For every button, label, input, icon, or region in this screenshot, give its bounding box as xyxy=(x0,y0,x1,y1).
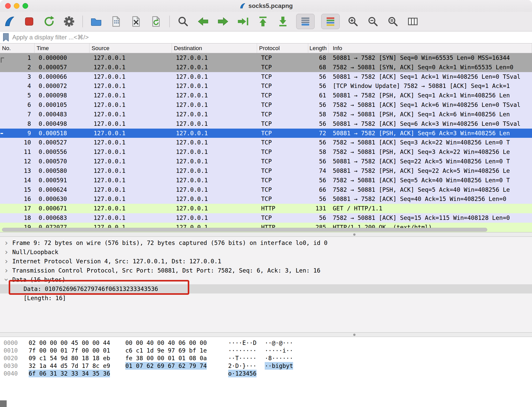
splitter-handle[interactable] xyxy=(353,233,356,236)
hex-bytes-group2[interactable]: 00 00 40 00 40 06 00 00 xyxy=(125,339,207,347)
detail-line[interactable]: Frame 9: 72 bytes on wire (576 bits), 72… xyxy=(0,238,532,247)
stop-icon xyxy=(23,15,35,28)
packet-row[interactable]: 10 0.000527 127.0.0.1 127.0.0.1 TCP 56 7… xyxy=(0,138,532,147)
colorize-toggle-button[interactable] xyxy=(321,14,340,29)
packet-row[interactable]: 15 0.000624 127.0.0.1 127.0.0.1 TCP 66 7… xyxy=(0,185,532,195)
pane-splitter-2[interactable] xyxy=(0,332,532,337)
packet-row[interactable]: 18 0.000683 127.0.0.1 127.0.0.1 TCP 56 7… xyxy=(0,213,532,223)
column-header-destination[interactable]: Destination xyxy=(172,43,257,53)
packet-row[interactable]: 13 0.000580 127.0.0.1 127.0.0.1 TCP 74 5… xyxy=(0,166,532,176)
detail-line[interactable]: [Length: 16] xyxy=(0,293,532,303)
detail-line[interactable]: Internet Protocol Version 4, Src: 127.0.… xyxy=(0,257,532,266)
disclosure-chevron-icon[interactable] xyxy=(3,238,10,247)
column-header-length[interactable]: Length xyxy=(308,43,329,53)
packet-row[interactable]: 14 0.000591 127.0.0.1 127.0.0.1 TCP 56 7… xyxy=(0,176,532,185)
detail-line[interactable]: Data (16 bytes) xyxy=(0,275,532,284)
hex-row[interactable]: 0030 32 1a 44 d5 7d 17 8c e9 01 07 62 69… xyxy=(0,362,532,370)
hex-bytes-group1[interactable]: 32 1a 44 d5 7d 17 8c e9 xyxy=(29,362,110,370)
packet-row[interactable]: 4 0.000072 127.0.0.1 127.0.0.1 TCP 56 [T… xyxy=(0,81,532,91)
hex-bytes-group2[interactable]: c6 c1 1d 9e 97 69 bf 1e xyxy=(125,347,207,354)
packet-details-pane: Frame 9: 72 bytes on wire (576 bits), 72… xyxy=(0,237,532,332)
ascii-group1[interactable]: ········ xyxy=(228,347,257,354)
column-header-protocol[interactable]: Protocol xyxy=(257,43,308,53)
open-file-button[interactable] xyxy=(90,14,103,29)
disclosure-chevron-icon[interactable] xyxy=(3,247,10,257)
hex-bytes-group1[interactable]: 02 00 00 00 45 00 00 44 xyxy=(29,339,110,347)
ascii-group2[interactable]: ·8······ xyxy=(265,354,293,362)
hex-row[interactable]: 0000 02 00 00 00 45 00 00 44 00 00 40 00… xyxy=(0,339,532,347)
reload-file-button[interactable] xyxy=(149,14,163,29)
auto-scroll-toggle-button[interactable] xyxy=(296,14,315,29)
disclosure-chevron-icon[interactable] xyxy=(3,257,10,266)
cell-time: 0.000556 xyxy=(35,147,90,157)
packet-row[interactable]: 12 0.000570 127.0.0.1 127.0.0.1 TCP 56 5… xyxy=(0,157,532,166)
stop-capture-button[interactable] xyxy=(23,14,36,29)
ascii-group2[interactable]: ·····i·· xyxy=(265,347,293,354)
packet-row[interactable]: 8 0.000498 127.0.0.1 127.0.0.1 TCP 56 50… xyxy=(0,119,532,129)
packet-row[interactable]: 16 0.000630 127.0.0.1 127.0.0.1 TCP 56 5… xyxy=(0,194,532,204)
hex-bytes-group2[interactable] xyxy=(125,370,207,377)
ascii-group2[interactable]: ··@·@··· xyxy=(265,339,293,347)
resize-columns-button[interactable] xyxy=(406,14,419,29)
cell-source: 127.0.0.1 xyxy=(90,166,172,176)
disclosure-chevron-icon[interactable] xyxy=(3,266,10,275)
go-to-first-packet-button[interactable] xyxy=(256,14,270,29)
cell-length: 56 xyxy=(308,213,329,223)
detail-line[interactable]: Null/Loopback xyxy=(0,247,532,257)
column-header-source[interactable]: Source xyxy=(90,43,172,53)
filter-bookmark-icon[interactable] xyxy=(3,33,9,42)
close-file-button[interactable] xyxy=(129,14,143,29)
packet-row[interactable]: 3 0.000066 127.0.0.1 127.0.0.1 TCP 56 50… xyxy=(0,72,532,82)
detail-line[interactable]: Data: 01076269676279746f06313233343536 xyxy=(0,284,532,293)
restart-capture-button[interactable] xyxy=(42,14,56,29)
splitter-handle[interactable] xyxy=(353,334,356,336)
hex-row[interactable]: 0040 6f 06 31 32 33 34 35 36 o·123456 xyxy=(0,370,532,377)
ascii-group1[interactable]: ··T····· xyxy=(228,354,257,362)
zoom-window-button[interactable] xyxy=(23,3,28,9)
go-to-packet-button[interactable] xyxy=(236,14,250,29)
ascii-group1[interactable]: 2·D·}··· xyxy=(228,362,257,370)
zoom-reset-button[interactable] xyxy=(386,14,400,29)
hex-bytes-group2[interactable]: fe 38 00 00 01 01 08 0a xyxy=(125,354,207,362)
display-filter-input[interactable] xyxy=(12,31,532,43)
column-header-time[interactable]: Time xyxy=(35,43,90,53)
packet-row[interactable]: 5 0.000098 127.0.0.1 127.0.0.1 TCP 61 50… xyxy=(0,91,532,100)
go-to-last-packet-button[interactable] xyxy=(276,14,290,29)
packet-row[interactable]: 11 0.000556 127.0.0.1 127.0.0.1 TCP 58 7… xyxy=(0,147,532,157)
horizontal-scrollbar[interactable] xyxy=(2,228,487,232)
save-file-button[interactable] xyxy=(109,14,123,29)
hex-row[interactable]: 0010 7f 00 00 01 7f 00 00 01 c6 c1 1d 9e… xyxy=(0,347,532,354)
wireshark-button[interactable] xyxy=(3,14,16,29)
ascii-group1[interactable]: o·123456 xyxy=(228,370,257,377)
disclosure-chevron-icon[interactable] xyxy=(3,275,10,284)
hex-bytes-group2[interactable]: 01 07 62 69 67 62 79 74 xyxy=(125,362,207,370)
minimize-window-button[interactable] xyxy=(14,3,19,9)
close-window-button[interactable] xyxy=(5,3,11,9)
hex-bytes-group1[interactable]: 7f 00 00 01 7f 00 00 01 xyxy=(29,347,110,354)
zoom-out-button[interactable] xyxy=(366,14,380,29)
detail-line[interactable]: Transmission Control Protocol, Src Port:… xyxy=(0,266,532,275)
ascii-group2[interactable]: ··bigbyt xyxy=(265,362,293,370)
hex-row[interactable]: 0020 09 c1 54 9d 80 18 18 eb fe 38 00 00… xyxy=(0,354,532,362)
hex-bytes-group1[interactable]: 09 c1 54 9d 80 18 18 eb xyxy=(29,354,110,362)
pane-splitter-1[interactable] xyxy=(0,232,532,237)
zoom-in-button[interactable] xyxy=(346,14,360,29)
packet-row[interactable]: 1 0.000000 127.0.0.1 127.0.0.1 TCP 68 50… xyxy=(0,53,532,63)
packet-row[interactable]: 2 0.000057 127.0.0.1 127.0.0.1 TCP 68 75… xyxy=(0,63,532,72)
title-bar[interactable]: socks5.pcapng xyxy=(0,0,532,12)
ascii-group1[interactable]: ····E··D xyxy=(228,339,257,347)
cell-source: 127.0.0.1 xyxy=(90,157,172,166)
column-header-info[interactable]: Info xyxy=(329,43,532,53)
window-resize-corner[interactable] xyxy=(0,400,7,407)
find-packet-button[interactable] xyxy=(176,14,190,29)
capture-options-button[interactable] xyxy=(62,14,76,29)
hex-bytes-group1[interactable]: 6f 06 31 32 33 34 35 36 xyxy=(29,370,110,377)
go-back-button[interactable] xyxy=(196,14,210,29)
go-forward-button[interactable] xyxy=(216,14,230,29)
column-header-no[interactable]: No. xyxy=(0,43,35,53)
packet-row[interactable]: 9 0.000518 127.0.0.1 127.0.0.1 TCP 72 50… xyxy=(0,129,532,138)
ascii-group2[interactable] xyxy=(265,370,293,377)
packet-row[interactable]: 7 0.000483 127.0.0.1 127.0.0.1 TCP 58 75… xyxy=(0,110,532,119)
packet-row[interactable]: 6 0.000105 127.0.0.1 127.0.0.1 TCP 56 75… xyxy=(0,100,532,110)
packet-row[interactable]: 17 0.000671 127.0.0.1 127.0.0.1 HTTP 131… xyxy=(0,204,532,213)
